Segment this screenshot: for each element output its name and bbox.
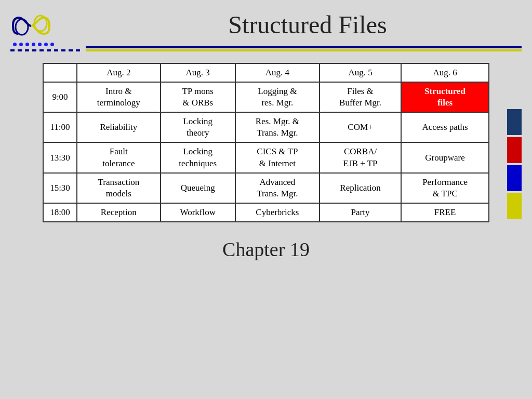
cell-1330-aug2: Faulttolerance xyxy=(77,142,161,172)
cell-1530-aug5: Replication xyxy=(320,173,401,203)
cell-1530-aug2: Transactionmodels xyxy=(77,173,161,203)
color-square-yellow xyxy=(507,193,522,219)
dots-line xyxy=(10,49,83,51)
table-row: 9:00 Intro &terminology TP mons& ORBs Lo… xyxy=(43,82,489,112)
logo-area xyxy=(10,5,94,46)
cell-1100-aug6: Access paths xyxy=(401,112,489,142)
blue-line xyxy=(86,46,522,48)
svg-point-0 xyxy=(16,19,28,35)
cell-900-aug2: Intro &terminology xyxy=(77,82,161,112)
yellow-line xyxy=(86,49,522,51)
color-squares xyxy=(507,109,522,219)
col-aug6: Aug. 6 xyxy=(401,63,489,82)
color-square-blue xyxy=(507,165,522,191)
cell-1800-aug3: Workflow xyxy=(161,203,235,222)
col-aug5: Aug. 5 xyxy=(320,63,401,82)
cell-1800-aug2: Reception xyxy=(77,203,161,222)
table-row: 11:00 Reliability Lockingtheory Res. Mgr… xyxy=(43,112,489,142)
cell-1530-aug6: Performance& TPC xyxy=(401,173,489,203)
cell-1530-aug3: Queueing xyxy=(161,173,235,203)
cell-1800-aug4: Cyberbricks xyxy=(235,203,320,222)
chapter-text: Chapter 19 xyxy=(222,238,310,261)
cell-1800-aug6: FREE xyxy=(401,203,489,222)
cell-1100-aug5: COM+ xyxy=(320,112,401,142)
color-square-navy xyxy=(507,109,522,135)
cell-900-aug3: TP mons& ORBs xyxy=(161,82,235,112)
time-1800: 18:00 xyxy=(43,203,77,222)
cell-900-aug5: Files &Buffer Mgr. xyxy=(320,82,401,112)
col-aug3: Aug. 3 xyxy=(161,63,235,82)
table-row: 15:30 Transactionmodels Queueing Advance… xyxy=(43,173,489,203)
cell-1330-aug6: Groupware xyxy=(401,142,489,172)
color-square-red xyxy=(507,137,522,163)
table-body: 9:00 Intro &terminology TP mons& ORBs Lo… xyxy=(43,82,489,222)
time-1330: 13:30 xyxy=(43,142,77,172)
title-area: Structured Files xyxy=(94,5,522,39)
cell-1100-aug2: Reliability xyxy=(77,112,161,142)
table-row: 13:30 Faulttolerance Lockingtechniques C… xyxy=(43,142,489,172)
cell-900-aug4: Logging &res. Mgr. xyxy=(235,82,320,112)
main-content: Aug. 2 Aug. 3 Aug. 4 Aug. 5 Aug. 6 9:00 … xyxy=(0,52,532,266)
col-aug2: Aug. 2 xyxy=(77,63,161,82)
header-empty xyxy=(43,63,77,82)
cell-1100-aug4: Res. Mgr. &Trans. Mgr. xyxy=(235,112,320,142)
cell-900-aug6-highlighted: Structuredfiles xyxy=(401,82,489,112)
cell-1330-aug5: CORBA/EJB + TP xyxy=(320,142,401,172)
table-row: 18:00 Reception Workflow Cyberbricks Par… xyxy=(43,203,489,222)
cell-1530-aug4: AdvancedTrans. Mgr. xyxy=(235,173,320,203)
cell-1800-aug5: Party xyxy=(320,203,401,222)
col-aug4: Aug. 4 xyxy=(235,63,320,82)
time-900: 9:00 xyxy=(43,82,77,112)
slide-title: Structured Files xyxy=(94,10,522,39)
table-header-row: Aug. 2 Aug. 3 Aug. 4 Aug. 5 Aug. 6 xyxy=(43,63,489,82)
schedule-table: Aug. 2 Aug. 3 Aug. 4 Aug. 5 Aug. 6 9:00 … xyxy=(43,63,489,222)
cell-1330-aug3: Lockingtechniques xyxy=(161,142,235,172)
header-lines xyxy=(10,46,522,52)
cell-1100-aug3: Lockingtheory xyxy=(161,112,235,142)
header: Structured Files xyxy=(0,0,532,46)
cell-1330-aug4: CICS & TP& Internet xyxy=(235,142,320,172)
time-1100: 11:00 xyxy=(43,112,77,142)
logo-dots xyxy=(13,43,54,46)
logo-icon xyxy=(10,5,52,42)
time-1530: 15:30 xyxy=(43,173,77,203)
